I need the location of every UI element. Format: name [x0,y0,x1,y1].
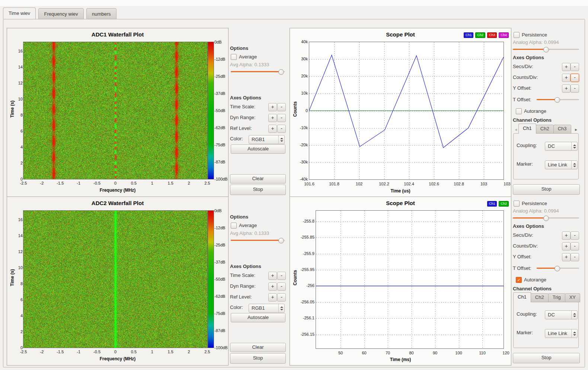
slider-knob[interactable] [555,266,560,271]
t-offset-slider[interactable] [537,265,579,271]
scope1-canvas[interactable] [309,42,504,180]
spinner-arrows-icon[interactable] [571,329,577,338]
tab-scroll-right-icon[interactable]: ▶ [573,125,579,134]
persistence-checkbox[interactable] [514,201,520,207]
clear-button[interactable]: Clear [230,343,286,352]
dyn-range-decrease-button[interactable]: - [277,114,286,122]
counts-div-increase-button[interactable]: + [562,74,571,82]
spinner-arrows-icon[interactable] [571,161,577,169]
tab-numbers[interactable]: numbers [86,8,116,19]
avg-alpha-slider[interactable] [231,237,285,243]
slider-knob[interactable] [543,47,549,52]
y-offset-decrease-button[interactable]: - [571,84,579,93]
y-offset-decrease-button[interactable]: - [571,253,579,261]
time-scale-increase-button[interactable]: + [268,272,277,280]
time-scale-decrease-button[interactable]: - [277,272,286,280]
legend-badge-ch1[interactable]: Ch1 [464,32,474,38]
secs-div-increase-button[interactable]: + [562,232,571,240]
tick-label: 0dB [214,208,228,213]
spinner-arrows-icon[interactable] [571,142,577,150]
analog-alpha-slider[interactable] [513,47,579,52]
tick-label: -62dB [214,125,228,130]
tab-frequency-view[interactable]: Frequency wiev [38,8,83,19]
ref-level-decrease-button[interactable]: - [277,125,286,133]
adc1-waterfall-canvas[interactable] [23,42,208,179]
legend-badge-ch2[interactable]: Ch2 [499,201,509,207]
channel-tab-xy[interactable]: XY [565,293,580,302]
coupling-select[interactable]: DC [545,310,578,319]
dyn-range-increase-button[interactable]: + [268,283,277,291]
tick-label: 16 [12,217,23,222]
time-scale-label: Time Scale: [230,104,255,109]
marker-select[interactable]: Line Link [545,329,578,338]
channel-tab-ch3[interactable]: Ch3 [553,125,571,134]
legend-badge-ch4[interactable]: Ch4 [499,32,509,38]
secs-div-decrease-button[interactable]: - [571,232,579,240]
tick-label: -2 [34,350,49,354]
counts-div-increase-button[interactable]: + [562,242,571,251]
channel-tab-trig[interactable]: Trig [548,293,565,302]
view-tab-bar: Time wiev Frequency wiev numbers [3,7,118,19]
avg-alpha-slider[interactable] [231,69,285,74]
spinner-arrows-icon[interactable] [278,135,284,144]
slider-knob[interactable] [278,69,284,75]
slider-knob[interactable] [278,238,284,243]
marker-label: Marker: [517,330,533,335]
tab-scroll-left-icon[interactable]: ◀ [513,125,518,134]
marker-select[interactable]: Line Link [545,160,578,169]
tick-label: 12 [12,249,23,254]
legend-badge-ch1[interactable]: Ch1 [487,201,497,207]
autoscale-button[interactable]: Autoscale [231,313,285,322]
tab-time-view[interactable]: Time wiev [3,7,36,19]
autorange-checkbox[interactable]: ✓ [516,277,522,283]
secs-div-decrease-button[interactable]: - [571,63,579,71]
spinner-arrows-icon[interactable] [571,311,577,319]
channel-tab-ch2[interactable]: Ch2 [531,293,549,302]
scope2-canvas[interactable] [316,210,504,349]
stop-button[interactable]: Stop [230,185,286,195]
dyn-range-increase-button[interactable]: + [268,114,277,122]
color-map-select[interactable]: RGB1 [249,304,285,313]
tick-label: 2 [182,181,196,185]
channel-options-header: Channel Options [513,117,552,123]
analog-alpha-slider[interactable] [513,215,579,221]
ref-level-increase-button[interactable]: + [268,125,277,133]
legend-badge-ch3[interactable]: Ch3 [487,32,497,38]
ref-level-increase-button[interactable]: + [268,293,277,302]
adc2-waterfall-canvas[interactable] [23,210,208,348]
tick-label: 10 [12,97,23,101]
coupling-select[interactable]: DC [545,142,578,151]
time-scale-decrease-button[interactable]: - [277,103,286,111]
average-checkbox[interactable] [231,54,237,60]
slider-knob[interactable] [555,97,560,103]
spinner-arrows-icon[interactable] [278,304,284,312]
channel-tab-ch1[interactable]: Ch1 [518,124,536,134]
dyn-range-decrease-button[interactable]: - [277,283,286,291]
ref-level-decrease-button[interactable]: - [277,293,286,302]
average-checkbox[interactable] [231,223,237,229]
autorange-checkbox[interactable] [516,108,522,114]
y-offset-increase-button[interactable]: + [562,84,571,93]
t-offset-slider[interactable] [537,97,579,102]
tick-label: 4 [12,145,23,149]
stop-button[interactable]: Stop [513,353,580,363]
color-map-select[interactable]: RGB1 [249,135,285,144]
counts-div-decrease-button[interactable]: - [571,242,579,251]
y-offset-increase-button[interactable]: + [562,253,571,261]
counts-div-decrease-button[interactable]: - [571,74,579,82]
stop-button[interactable]: Stop [513,184,580,195]
legend-badge-ch2[interactable]: Ch2 [475,32,485,38]
channel-tab-ch1[interactable]: Ch1 [513,292,531,302]
x-axis-label: Frequency (MHz) [7,188,228,193]
color-map-value: RGB1 [252,305,265,311]
stop-button[interactable]: Stop [230,353,286,364]
tick-label: -10k [293,125,308,130]
time-scale-increase-button[interactable]: + [268,103,277,111]
tick-label: -87dB [214,328,228,333]
channel-tab-ch2[interactable]: Ch2 [536,125,554,134]
secs-div-increase-button[interactable]: + [562,63,571,71]
autoscale-button[interactable]: Autoscale [231,144,285,154]
slider-knob[interactable] [543,216,549,221]
persistence-checkbox[interactable] [514,32,520,38]
clear-button[interactable]: Clear [230,174,286,184]
